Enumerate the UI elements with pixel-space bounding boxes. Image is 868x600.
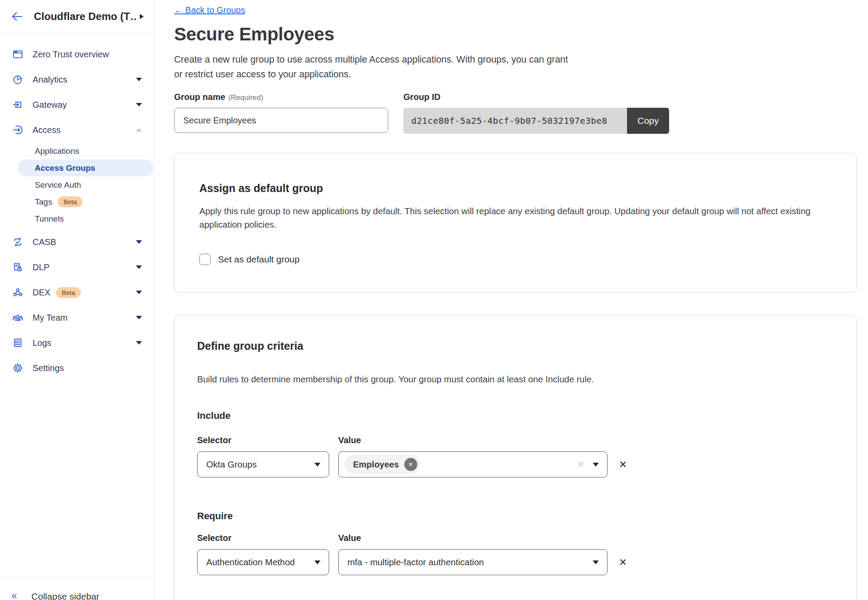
back-to-groups-link[interactable]: ← Back to Groups (174, 5, 245, 15)
require-labels: Selector Value (197, 533, 834, 543)
require-selector-label: Selector (197, 533, 329, 543)
sidebar-item-label: Analytics (33, 75, 67, 85)
set-default-group-checkbox[interactable] (199, 254, 211, 265)
sidebar-item-my-team[interactable]: My Team (0, 305, 154, 330)
gear-icon (11, 362, 24, 374)
casb-icon (11, 236, 24, 248)
chevron-down-icon (593, 463, 599, 467)
chevron-down-icon[interactable] (136, 341, 142, 345)
beta-badge: Beta (56, 287, 81, 298)
chevron-down-icon (314, 463, 320, 467)
chevron-down-icon[interactable] (136, 240, 142, 244)
group-name-label: Group name(Required) (174, 92, 388, 102)
require-value-dropdown[interactable]: mfa - multiple-factor authentication (338, 549, 607, 575)
sidebar-item-tunnels[interactable]: Tunnels (17, 210, 153, 227)
window-icon (11, 48, 24, 60)
beta-badge: Beta (58, 196, 83, 207)
team-icon (11, 312, 24, 324)
sidebar-item-tags[interactable]: Tags Beta (17, 193, 153, 210)
assign-default-group-description: Apply this rule group to new application… (199, 204, 832, 231)
chevron-down-icon[interactable] (136, 316, 142, 319)
sidebar-item-service-auth[interactable]: Service Auth (17, 176, 153, 193)
include-rule-row: Okta Groups Employees ✕ ✕ ✕ (197, 451, 834, 477)
chevron-down-icon[interactable] (136, 265, 142, 269)
pie-chart-icon (11, 73, 24, 86)
access-icon (11, 124, 24, 136)
sidebar-header: Cloudflare Demo (T… (0, 0, 154, 33)
chevron-down-icon[interactable] (136, 103, 142, 106)
sidebar-item-label: My Team (33, 313, 68, 323)
sidebar-item-label: Access (33, 125, 60, 135)
sidebar-item-label: DEX (33, 288, 50, 298)
sidebar-nav: Zero Trust overview Analytics Gateway (0, 33, 154, 381)
sidebar-item-dlp[interactable]: DLP (0, 255, 154, 280)
account-expand-icon[interactable] (140, 14, 144, 19)
assign-default-group-title: Assign as default group (199, 182, 832, 195)
sidebar-subitem-label: Tags (35, 197, 52, 207)
chevron-up-icon[interactable] (136, 128, 142, 132)
remove-include-rule-button[interactable]: ✕ (619, 460, 627, 470)
define-group-criteria-title: Define group criteria (197, 340, 834, 352)
assign-default-group-card: Assign as default group Apply this rule … (174, 153, 857, 292)
chevron-down-icon (314, 560, 320, 564)
collapse-label: Collapse sidebar (31, 591, 99, 600)
sidebar-item-label: Zero Trust overview (33, 50, 109, 60)
require-value-label: Value (338, 533, 607, 543)
chevron-down-icon (593, 560, 599, 564)
sidebar-subitem-label: Tunnels (35, 214, 64, 224)
sidebar-subitem-label: Applications (35, 146, 79, 156)
require-selector-dropdown[interactable]: Authentication Method (197, 549, 329, 575)
sidebar-item-dex[interactable]: DEX Beta (0, 280, 154, 305)
sidebar-item-settings[interactable]: Settings (0, 355, 154, 381)
document-lock-icon (11, 261, 24, 273)
required-hint: (Required) (228, 93, 263, 102)
sidebar: Cloudflare Demo (T… Zero Trust overview (0, 0, 155, 600)
sidebar-item-logs[interactable]: Logs (0, 330, 154, 355)
define-group-criteria-card: Define group criteria Build rules to det… (174, 315, 857, 600)
sidebar-item-zero-trust-overview[interactable]: Zero Trust overview (0, 42, 154, 67)
chip-remove-icon[interactable]: ✕ (404, 458, 417, 471)
group-id-value: d21ce80f-5a25-4bcf-9b07-5032197e3be8 (403, 108, 627, 134)
chevron-down-icon[interactable] (136, 78, 142, 81)
main-content: ← Back to Groups Secure Employees Create… (155, 0, 868, 600)
value-chip: Employees ✕ (344, 455, 421, 474)
include-selector-dropdown[interactable]: Okta Groups (197, 451, 329, 477)
include-value-label: Value (338, 435, 607, 445)
back-arrow-icon[interactable] (11, 12, 23, 21)
require-heading: Require (197, 510, 834, 522)
define-group-criteria-description: Build rules to determine membership of t… (197, 372, 831, 386)
logs-icon (11, 337, 24, 349)
collapse-icon: « (11, 591, 17, 600)
sidebar-item-label: Logs (33, 338, 51, 348)
sidebar-item-casb[interactable]: CASB (0, 229, 154, 255)
copy-button[interactable]: Copy (627, 108, 669, 134)
set-default-group-label: Set as default group (218, 254, 300, 265)
value-chip-label: Employees (353, 460, 399, 470)
chevron-down-icon[interactable] (136, 291, 142, 294)
sidebar-item-applications[interactable]: Applications (17, 143, 153, 159)
page-description-line2: or restrict user access to your applicat… (174, 67, 868, 82)
access-subnav: Applications Access Groups Service Auth … (0, 143, 154, 227)
sidebar-item-access[interactable]: Access (0, 117, 154, 143)
set-default-group-row[interactable]: Set as default group (199, 254, 832, 265)
include-labels: Selector Value (197, 435, 834, 445)
include-value-multiselect[interactable]: Employees ✕ ✕ (338, 451, 607, 477)
page-description: Create a new rule group to use across mu… (174, 52, 868, 82)
group-name-input[interactable] (174, 108, 388, 133)
remove-require-rule-button[interactable]: ✕ (619, 557, 627, 567)
sidebar-subitem-label: Service Auth (35, 180, 81, 190)
require-selector-value: Authentication Method (206, 557, 295, 567)
include-selector-label: Selector (197, 435, 329, 445)
sidebar-item-label: DLP (33, 262, 50, 272)
group-name-id-row: Group name(Required) Group ID d21ce80f-5… (174, 92, 868, 134)
sidebar-item-access-groups[interactable]: Access Groups (17, 159, 153, 176)
account-title: Cloudflare Demo (T… (34, 10, 136, 23)
sidebar-item-label: CASB (33, 237, 56, 247)
sidebar-item-gateway[interactable]: Gateway (0, 92, 154, 117)
collapse-sidebar-button[interactable]: « Collapse sidebar (0, 578, 154, 600)
sidebar-item-analytics[interactable]: Analytics (0, 67, 154, 92)
sidebar-subitem-label: Access Groups (35, 163, 95, 173)
include-selector-value: Okta Groups (206, 459, 257, 470)
page-title: Secure Employees (174, 24, 868, 45)
clear-values-icon[interactable]: ✕ (577, 459, 584, 470)
